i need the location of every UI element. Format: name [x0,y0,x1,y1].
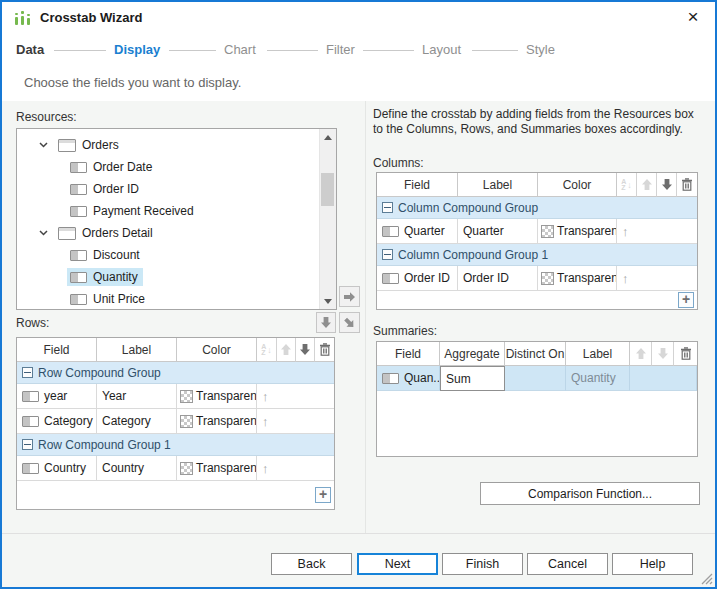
field-icon [22,391,39,402]
summaries-move-up-button[interactable] [630,342,652,366]
columns-sort-button[interactable]: AZ↓ [617,173,637,197]
summaries-move-down-button[interactable] [652,342,674,366]
collapse-icon[interactable] [382,249,393,260]
label-cell[interactable]: Country [97,456,177,481]
aggregate-dropdown-cell[interactable]: Sum [440,366,505,391]
trash-icon [319,343,331,356]
step-layout[interactable]: Layout [422,42,461,57]
columns-move-down-button[interactable] [657,173,677,197]
tree-item-payment-received[interactable]: Payment Received [17,200,320,222]
tree-item-quantity[interactable]: Quantity [17,266,320,288]
field-cell[interactable]: Order ID [377,266,458,291]
tree-item-label: Orders Detail [82,226,153,240]
rows-label: Rows: [16,316,49,330]
scrollbar-thumb[interactable] [321,173,334,206]
tree-item-discount[interactable]: Discount [17,244,320,266]
trash-icon [680,347,692,360]
rows-group-row[interactable]: Row Compound Group 1 [17,434,334,456]
move-right-button[interactable] [339,286,360,307]
finish-button[interactable]: Finish [442,553,523,575]
close-icon[interactable]: × [679,5,707,30]
field-cell[interactable]: Quan... [377,366,440,391]
cancel-button[interactable]: Cancel [527,553,608,575]
collapse-icon[interactable] [382,202,393,213]
columns-data-row: Quarter Quarter Transparent ↑ [377,219,697,244]
resources-scrollbar[interactable] [319,129,336,309]
color-cell[interactable]: Transparent [177,409,257,434]
columns-delete-button[interactable] [677,173,697,197]
help-button[interactable]: Help [612,553,693,575]
collapse-icon[interactable] [22,439,33,450]
summary-label-cell[interactable]: Quantity [566,366,630,391]
collapse-icon[interactable] [22,367,33,378]
sort-az-icon: AZ↓ [621,179,632,191]
label-cell[interactable]: Quarter [458,219,538,244]
footer-divider [2,533,715,534]
add-column-button[interactable]: + [678,292,694,308]
field-icon [70,250,87,261]
crosstab-wizard-dialog: Crosstab Wizard × Data Display Chart Fil… [0,0,717,589]
move-up-cell[interactable]: ↑ [617,266,697,291]
step-chart[interactable]: Chart [224,42,256,57]
columns-grid: Field Label Color AZ↓ Column Compound Gr… [376,172,698,310]
field-cell[interactable]: Country [17,456,97,481]
next-button[interactable]: Next [357,553,438,575]
move-diagonal-button[interactable] [339,312,360,333]
move-up-icon: ↑ [262,461,269,476]
resize-grip[interactable] [700,572,713,585]
resources-label: Resources: [16,110,77,124]
rows-move-up-button[interactable] [277,338,296,362]
table-icon [58,139,76,152]
summaries-header-label: Label [566,342,630,366]
field-cell[interactable]: year [17,384,97,409]
summaries-label: Summaries: [373,324,437,338]
color-cell[interactable]: Transparent [177,384,257,409]
arrow-right-icon [343,291,356,303]
columns-move-up-button[interactable] [637,173,657,197]
move-up-cell[interactable]: ↑ [257,409,334,434]
color-cell[interactable]: Transparent [177,456,257,481]
columns-group-row[interactable]: Column Compound Group 1 [377,244,697,266]
add-row-button[interactable]: + [315,487,331,503]
comparison-function-button[interactable]: Comparison Function... [480,482,700,505]
field-icon [70,206,87,217]
step-display[interactable]: Display [114,42,160,57]
back-button[interactable]: Back [271,553,352,575]
label-cell[interactable]: Category [97,409,177,434]
tree-item-orders-detail[interactable]: Orders Detail [17,222,320,244]
tree-item-label: Quantity [93,270,138,284]
color-cell[interactable]: Transparent [538,266,617,291]
color-cell[interactable]: Transparent [538,219,617,244]
rows-move-down-button[interactable] [296,338,315,362]
rows-delete-button[interactable] [315,338,334,362]
field-cell[interactable]: Category [17,409,97,434]
move-up-cell[interactable]: ↑ [257,384,334,409]
tree-item-orders[interactable]: Orders [17,134,320,156]
transparent-swatch-icon [180,462,193,475]
summaries-delete-button[interactable] [674,342,697,366]
label-cell[interactable]: Order ID [458,266,538,291]
columns-group-row[interactable]: Column Compound Group [377,197,697,219]
field-cell[interactable]: Quarter [377,219,458,244]
scroll-up-icon[interactable] [320,129,336,145]
tree-item-unit-price[interactable]: Unit Price [17,288,320,309]
scroll-down-icon[interactable] [320,293,336,309]
move-up-cell[interactable]: ↑ [617,219,697,244]
rows-group-row[interactable]: Row Compound Group [17,362,334,384]
step-filter[interactable]: Filter [326,42,355,57]
tree-item-order-id[interactable]: Order ID [17,178,320,200]
tree-item-order-date[interactable]: Order Date [17,156,320,178]
move-down-button[interactable] [316,312,336,333]
chevron-down-icon[interactable] [39,230,55,236]
resources-tree: Orders Order Date Order ID Payment Recei… [17,129,320,309]
window-title: Crosstab Wizard [40,10,142,25]
step-data[interactable]: Data [16,42,44,57]
rows-sort-button[interactable]: AZ↓ [257,338,277,362]
move-up-cell[interactable]: ↑ [257,456,334,481]
distinct-on-cell[interactable] [505,366,566,391]
field-icon [70,184,87,195]
label-cell[interactable]: Year [97,384,177,409]
tree-item-label: Orders [82,138,119,152]
step-style[interactable]: Style [526,42,555,57]
chevron-down-icon[interactable] [39,142,55,148]
